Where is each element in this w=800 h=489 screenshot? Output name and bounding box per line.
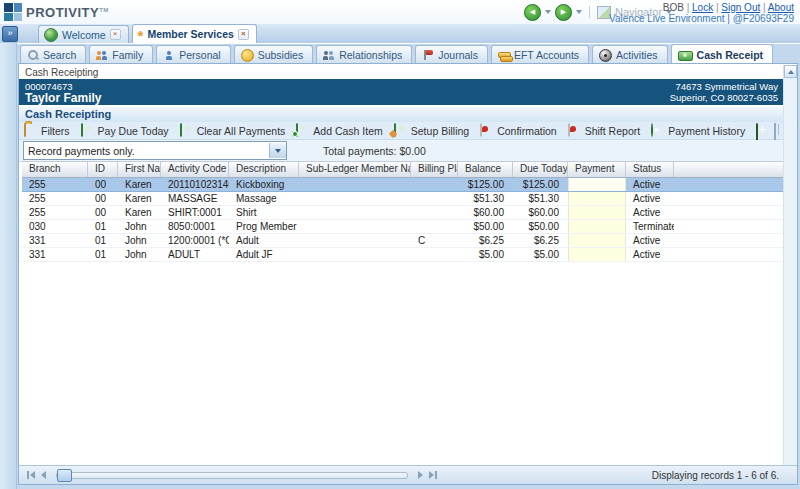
main-tab-bar: » Welcome × * Member Services × [0, 24, 800, 44]
tab-member-services[interactable]: * Member Services × [132, 24, 257, 43]
sub-tab-cash-receipt[interactable]: Cash Receipt [671, 44, 774, 63]
breadcrumb: Cash Receipting [25, 67, 98, 78]
about-link[interactable]: About [768, 2, 794, 13]
forward-button[interactable]: ▶ [555, 4, 572, 21]
filters-button[interactable]: Filters [24, 124, 70, 137]
confirmation-button[interactable]: Confirmation [480, 124, 557, 137]
cell-activity-code: 1200:0001 (*CE) [161, 234, 229, 247]
next-page-button[interactable] [418, 471, 423, 479]
table-row[interactable]: 25500Karen2011010231401Kickboxing$125.00… [22, 178, 783, 192]
column-header-branch[interactable]: Branch [22, 162, 88, 177]
payment-input[interactable] [568, 220, 626, 233]
tab-welcome[interactable]: Welcome × [38, 25, 129, 43]
column-header-activity-code[interactable]: Activity Code [161, 162, 229, 177]
search-icon [27, 49, 39, 61]
expand-sidebar-button[interactable]: » [2, 26, 18, 42]
table-row[interactable]: 03001John8050:0001Prog Member$50.00$50.0… [22, 220, 783, 234]
column-header-id[interactable]: ID [88, 162, 118, 177]
column-header-first-name[interactable]: First Name [118, 162, 161, 177]
payment-input[interactable] [568, 178, 626, 191]
payment-mode-value: Record payments only. [24, 145, 269, 157]
column-header-sub-ledger-member-name[interactable]: Sub-Ledger Member Name [299, 162, 411, 177]
family-icon [96, 49, 108, 61]
shift-report-button[interactable]: Shift Report [568, 124, 640, 137]
cell-status: Active [626, 248, 674, 261]
cell-description: Prog Member [229, 220, 299, 233]
payment-input[interactable] [568, 234, 626, 247]
vertical-scrollbar[interactable] [783, 65, 797, 469]
column-header-description[interactable]: Description [229, 162, 299, 177]
scroll-up-button[interactable] [784, 65, 797, 78]
cell-status: Active [626, 178, 674, 191]
cell-filler [674, 248, 783, 261]
dropdown-button[interactable] [269, 143, 286, 158]
pay-due-today-button[interactable]: Pay Due Today [81, 124, 169, 137]
chevron-down-icon [275, 149, 281, 153]
sub-tab-family[interactable]: Family [89, 45, 153, 63]
cell-activity-code: MASSAGE [161, 192, 229, 205]
sub-tab-activities[interactable]: Activities [592, 45, 667, 63]
cell-status: Active [626, 192, 674, 205]
back-dropdown-icon[interactable] [545, 10, 551, 14]
first-page-button[interactable] [27, 471, 35, 479]
sub-tab-relationships[interactable]: Relationships [316, 45, 412, 63]
cell-first-name: Karen [118, 192, 161, 205]
last-page-button[interactable] [429, 471, 437, 479]
payment-input[interactable] [568, 206, 626, 219]
cash-receipt-panel: Cash Receipting 000074673 Taylor Family … [18, 63, 798, 485]
sub-tab-eft-accounts[interactable]: EFT Accounts [491, 45, 589, 63]
close-tab-icon[interactable]: × [238, 29, 249, 40]
clear-all-payments-button[interactable]: Clear All Payments [180, 124, 286, 137]
setup-billing-button[interactable]: Setup Billing [394, 124, 469, 137]
page-slider[interactable] [56, 472, 408, 479]
pdf-icon [480, 123, 482, 137]
sub-tab-personal[interactable]: Personal [156, 45, 230, 63]
member-address: 74673 Symmetrical Way Superior, CO 80027… [670, 81, 778, 103]
cell-branch: 255 [22, 178, 88, 191]
sign-out-link[interactable]: Sign Out [721, 2, 760, 13]
sub-tab-subsidies[interactable]: Subsidies [234, 45, 314, 63]
payment-mode-select[interactable]: Record payments only. [23, 141, 287, 160]
table-body: 25500Karen2011010231401Kickboxing$125.00… [22, 178, 783, 262]
money-icon [180, 123, 182, 137]
payment-history-button[interactable]: Payment History [651, 124, 745, 137]
payment-input[interactable] [568, 192, 626, 205]
payment-input[interactable] [568, 248, 626, 261]
cell-description: Adult JF [229, 248, 299, 261]
cell-filler [674, 220, 783, 233]
column-header-payment[interactable]: Payment [568, 162, 626, 177]
lock-link[interactable]: Lock [692, 2, 713, 13]
records-count-label: Displaying records 1 - 6 of 6. [652, 470, 779, 481]
table-row[interactable]: 25500KarenSHIRT:0001Shirt$60.00$60.00Act… [22, 206, 783, 220]
back-button[interactable]: ◀ [524, 4, 541, 21]
username: BOB [663, 2, 684, 13]
forward-dropdown-icon[interactable] [576, 10, 582, 14]
table-row[interactable]: 33101JohnADULTAdult JF$5.00$5.00Active [22, 248, 783, 262]
total-payments-label: Total payments: $0.00 [323, 145, 426, 157]
environment-label: Valence Live Environment | @F20693F29 [609, 13, 794, 24]
cell-description: Kickboxing [229, 178, 299, 191]
cell-activity-code: ADULT [161, 248, 229, 261]
previous-page-button[interactable] [41, 471, 46, 479]
table-row[interactable]: 33101John1200:0001 (*CE)AdultC$6.25$6.25… [22, 234, 783, 248]
relationships-icon [323, 49, 335, 61]
close-tab-icon[interactable]: × [110, 29, 121, 40]
table-row[interactable]: 25500KarenMASSAGEMassage$51.30$51.30Acti… [22, 192, 783, 206]
column-header-status[interactable]: Status [626, 162, 674, 177]
trademark: TM [99, 7, 109, 13]
cell-balance: $125.00 [458, 178, 513, 191]
column-header-balance[interactable]: Balance [458, 162, 513, 177]
cell-id: 00 [88, 178, 118, 191]
sub-tab-journals[interactable]: Journals [415, 45, 488, 63]
cell-due-today: $6.25 [513, 234, 568, 247]
cell-status: Terminated [626, 220, 674, 233]
sub-tab-search[interactable]: Search [20, 45, 86, 63]
column-header-due-today[interactable]: Due Today [513, 162, 568, 177]
slider-thumb[interactable] [57, 469, 72, 482]
add-cash-item-button[interactable]: Add Cash Item [296, 124, 382, 137]
cell-sub-ledger-member-name [299, 220, 411, 233]
user-session-links: BOB | Lock | Sign Out | About Valence Li… [609, 2, 794, 24]
section-title: Cash Receipting [19, 106, 784, 123]
column-header-billing-plan[interactable]: Billing Plan [411, 162, 458, 177]
pagination-footer: Displaying records 1 - 6 of 6. [19, 465, 797, 484]
